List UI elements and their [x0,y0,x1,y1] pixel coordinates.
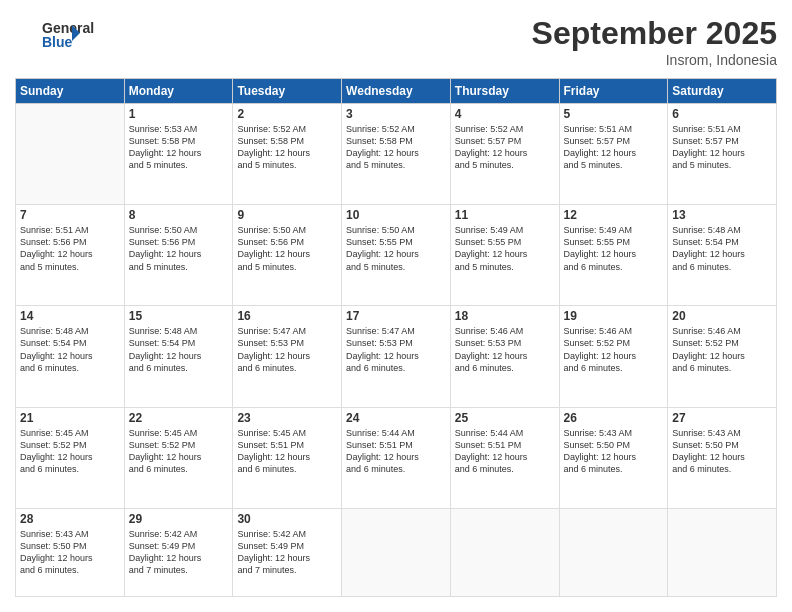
cell-info: Sunrise: 5:49 AM Sunset: 5:55 PM Dayligh… [455,224,555,273]
cell-info: Sunrise: 5:45 AM Sunset: 5:51 PM Dayligh… [237,427,337,476]
calendar-cell: 12Sunrise: 5:49 AM Sunset: 5:55 PM Dayli… [559,205,668,306]
cell-info: Sunrise: 5:50 AM Sunset: 5:56 PM Dayligh… [129,224,229,273]
logo-icon: General Blue [15,15,105,55]
page: General Blue September 2025 Insrom, Indo… [0,0,792,612]
cell-day-number: 2 [237,107,337,121]
cell-day-number: 4 [455,107,555,121]
cell-day-number: 11 [455,208,555,222]
month-title: September 2025 [532,15,777,52]
header: General Blue September 2025 Insrom, Indo… [15,15,777,68]
calendar-cell: 13Sunrise: 5:48 AM Sunset: 5:54 PM Dayli… [668,205,777,306]
cell-day-number: 9 [237,208,337,222]
cell-day-number: 29 [129,512,229,526]
cell-info: Sunrise: 5:45 AM Sunset: 5:52 PM Dayligh… [129,427,229,476]
weekday-header: Thursday [450,79,559,104]
calendar-cell: 23Sunrise: 5:45 AM Sunset: 5:51 PM Dayli… [233,407,342,508]
calendar-cell: 29Sunrise: 5:42 AM Sunset: 5:49 PM Dayli… [124,508,233,596]
cell-info: Sunrise: 5:50 AM Sunset: 5:55 PM Dayligh… [346,224,446,273]
cell-info: Sunrise: 5:51 AM Sunset: 5:56 PM Dayligh… [20,224,120,273]
calendar-cell [16,104,125,205]
weekday-header: Saturday [668,79,777,104]
calendar-cell: 19Sunrise: 5:46 AM Sunset: 5:52 PM Dayli… [559,306,668,407]
cell-day-number: 7 [20,208,120,222]
cell-day-number: 12 [564,208,664,222]
cell-info: Sunrise: 5:45 AM Sunset: 5:52 PM Dayligh… [20,427,120,476]
weekday-header: Friday [559,79,668,104]
title-area: September 2025 Insrom, Indonesia [532,15,777,68]
calendar-cell: 5Sunrise: 5:51 AM Sunset: 5:57 PM Daylig… [559,104,668,205]
cell-info: Sunrise: 5:43 AM Sunset: 5:50 PM Dayligh… [20,528,120,577]
cell-day-number: 26 [564,411,664,425]
weekday-header-row: SundayMondayTuesdayWednesdayThursdayFrid… [16,79,777,104]
calendar-week-row: 1Sunrise: 5:53 AM Sunset: 5:58 PM Daylig… [16,104,777,205]
cell-info: Sunrise: 5:52 AM Sunset: 5:58 PM Dayligh… [346,123,446,172]
cell-day-number: 15 [129,309,229,323]
calendar-week-row: 21Sunrise: 5:45 AM Sunset: 5:52 PM Dayli… [16,407,777,508]
cell-info: Sunrise: 5:47 AM Sunset: 5:53 PM Dayligh… [237,325,337,374]
cell-day-number: 28 [20,512,120,526]
calendar-cell [450,508,559,596]
calendar-cell [559,508,668,596]
cell-day-number: 8 [129,208,229,222]
cell-info: Sunrise: 5:43 AM Sunset: 5:50 PM Dayligh… [672,427,772,476]
calendar-cell: 15Sunrise: 5:48 AM Sunset: 5:54 PM Dayli… [124,306,233,407]
cell-day-number: 10 [346,208,446,222]
calendar-cell: 21Sunrise: 5:45 AM Sunset: 5:52 PM Dayli… [16,407,125,508]
logo: General Blue [15,15,105,55]
calendar-cell [668,508,777,596]
cell-day-number: 19 [564,309,664,323]
cell-info: Sunrise: 5:43 AM Sunset: 5:50 PM Dayligh… [564,427,664,476]
calendar-cell: 25Sunrise: 5:44 AM Sunset: 5:51 PM Dayli… [450,407,559,508]
cell-day-number: 13 [672,208,772,222]
calendar-cell: 3Sunrise: 5:52 AM Sunset: 5:58 PM Daylig… [342,104,451,205]
cell-info: Sunrise: 5:44 AM Sunset: 5:51 PM Dayligh… [346,427,446,476]
cell-info: Sunrise: 5:46 AM Sunset: 5:53 PM Dayligh… [455,325,555,374]
cell-day-number: 16 [237,309,337,323]
cell-day-number: 21 [20,411,120,425]
svg-text:Blue: Blue [42,34,73,50]
cell-info: Sunrise: 5:42 AM Sunset: 5:49 PM Dayligh… [237,528,337,577]
calendar-cell: 2Sunrise: 5:52 AM Sunset: 5:58 PM Daylig… [233,104,342,205]
cell-info: Sunrise: 5:51 AM Sunset: 5:57 PM Dayligh… [672,123,772,172]
calendar-cell: 10Sunrise: 5:50 AM Sunset: 5:55 PM Dayli… [342,205,451,306]
cell-day-number: 18 [455,309,555,323]
weekday-header: Sunday [16,79,125,104]
calendar-cell: 28Sunrise: 5:43 AM Sunset: 5:50 PM Dayli… [16,508,125,596]
calendar-cell: 8Sunrise: 5:50 AM Sunset: 5:56 PM Daylig… [124,205,233,306]
calendar-cell [342,508,451,596]
cell-day-number: 27 [672,411,772,425]
calendar-cell: 20Sunrise: 5:46 AM Sunset: 5:52 PM Dayli… [668,306,777,407]
cell-info: Sunrise: 5:52 AM Sunset: 5:58 PM Dayligh… [237,123,337,172]
cell-day-number: 22 [129,411,229,425]
calendar-cell: 30Sunrise: 5:42 AM Sunset: 5:49 PM Dayli… [233,508,342,596]
cell-day-number: 17 [346,309,446,323]
calendar-cell: 26Sunrise: 5:43 AM Sunset: 5:50 PM Dayli… [559,407,668,508]
cell-day-number: 14 [20,309,120,323]
cell-info: Sunrise: 5:48 AM Sunset: 5:54 PM Dayligh… [20,325,120,374]
calendar-cell: 9Sunrise: 5:50 AM Sunset: 5:56 PM Daylig… [233,205,342,306]
calendar-cell: 24Sunrise: 5:44 AM Sunset: 5:51 PM Dayli… [342,407,451,508]
calendar-cell: 27Sunrise: 5:43 AM Sunset: 5:50 PM Dayli… [668,407,777,508]
calendar-table: SundayMondayTuesdayWednesdayThursdayFrid… [15,78,777,597]
cell-info: Sunrise: 5:49 AM Sunset: 5:55 PM Dayligh… [564,224,664,273]
cell-day-number: 1 [129,107,229,121]
calendar-cell: 7Sunrise: 5:51 AM Sunset: 5:56 PM Daylig… [16,205,125,306]
calendar-cell: 4Sunrise: 5:52 AM Sunset: 5:57 PM Daylig… [450,104,559,205]
cell-info: Sunrise: 5:48 AM Sunset: 5:54 PM Dayligh… [672,224,772,273]
cell-day-number: 23 [237,411,337,425]
calendar-cell: 14Sunrise: 5:48 AM Sunset: 5:54 PM Dayli… [16,306,125,407]
cell-day-number: 3 [346,107,446,121]
cell-info: Sunrise: 5:44 AM Sunset: 5:51 PM Dayligh… [455,427,555,476]
cell-info: Sunrise: 5:48 AM Sunset: 5:54 PM Dayligh… [129,325,229,374]
calendar-cell: 22Sunrise: 5:45 AM Sunset: 5:52 PM Dayli… [124,407,233,508]
cell-info: Sunrise: 5:46 AM Sunset: 5:52 PM Dayligh… [672,325,772,374]
cell-info: Sunrise: 5:51 AM Sunset: 5:57 PM Dayligh… [564,123,664,172]
calendar-week-row: 28Sunrise: 5:43 AM Sunset: 5:50 PM Dayli… [16,508,777,596]
cell-info: Sunrise: 5:50 AM Sunset: 5:56 PM Dayligh… [237,224,337,273]
weekday-header: Tuesday [233,79,342,104]
cell-info: Sunrise: 5:53 AM Sunset: 5:58 PM Dayligh… [129,123,229,172]
calendar-week-row: 14Sunrise: 5:48 AM Sunset: 5:54 PM Dayli… [16,306,777,407]
location: Insrom, Indonesia [532,52,777,68]
calendar-cell: 17Sunrise: 5:47 AM Sunset: 5:53 PM Dayli… [342,306,451,407]
calendar-cell: 16Sunrise: 5:47 AM Sunset: 5:53 PM Dayli… [233,306,342,407]
